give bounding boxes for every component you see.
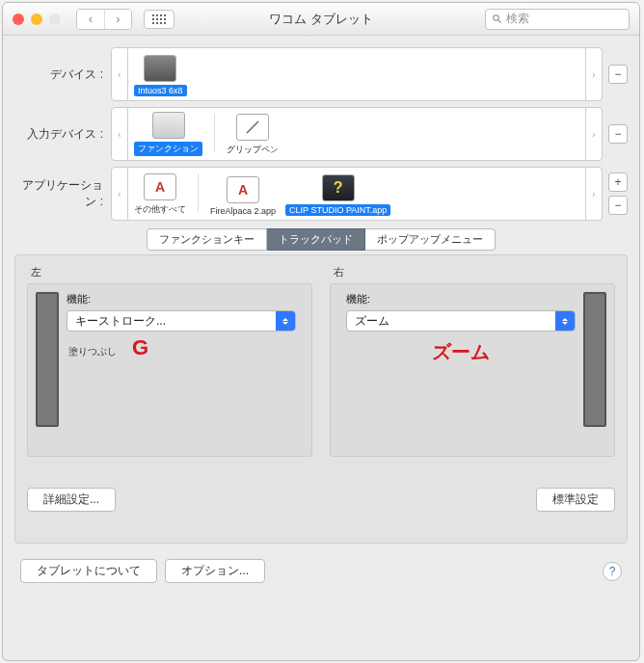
remove-device-button[interactable]: −	[608, 65, 628, 84]
input-device-item-pen[interactable]: グリップペン	[227, 114, 279, 156]
function-icon	[152, 112, 185, 139]
scroll-right-button[interactable]: ›	[585, 107, 603, 161]
options-button[interactable]: オプション...	[165, 559, 265, 583]
scroll-left-button[interactable]: ‹	[111, 167, 128, 221]
remove-application-button[interactable]: −	[608, 196, 628, 215]
titlebar: ‹ › ワコム タブレット 検索	[3, 3, 639, 36]
application-label: アプリケーション :	[14, 177, 111, 210]
app-item-clip-studio[interactable]: ? CLIP STUDIO PAINT.app	[285, 174, 390, 216]
add-application-button[interactable]: +	[608, 172, 628, 192]
pen-icon	[236, 114, 269, 141]
right-highlight: ズーム	[346, 339, 576, 365]
right-inner-box: 機能: ズーム ズーム	[330, 283, 615, 457]
scroll-left-button[interactable]: ‹	[111, 107, 128, 161]
remove-input-device-button[interactable]: −	[608, 124, 628, 144]
left-title: 左	[31, 265, 312, 279]
tab-group: ファンクションキー トラックパッド ポップアップメニュー	[14, 228, 628, 251]
nav-back-forward[interactable]: ‹ ›	[76, 9, 132, 30]
scroll-right-button[interactable]: ›	[585, 167, 603, 221]
tab-trackpad[interactable]: トラックパッド	[267, 228, 365, 251]
advanced-settings-button[interactable]: 詳細設定...	[27, 488, 116, 512]
trackpad-panel: 左 機能: キーストローク... 塗りつぶし G	[14, 254, 628, 544]
app-icon: A	[144, 173, 176, 200]
device-item[interactable]: Intuos3 6x8	[134, 55, 187, 96]
scroll-right-button[interactable]: ›	[585, 47, 603, 101]
search-input[interactable]: 検索	[485, 9, 630, 30]
svg-line-1	[498, 20, 501, 23]
left-column: 左 機能: キーストローク... 塗りつぶし G	[27, 265, 312, 457]
input-device-label: 入力デバイス :	[14, 126, 111, 143]
input-device-strip: ファンクション グリップペン	[128, 107, 585, 161]
tablet-icon	[144, 55, 176, 82]
close-icon[interactable]	[13, 13, 24, 25]
about-tablet-button[interactable]: タブレットについて	[20, 559, 157, 583]
help-button[interactable]: ?	[603, 562, 622, 581]
input-device-row: 入力デバイス : ‹ ファンクション グリップペン › −	[14, 107, 628, 161]
tab-function-keys[interactable]: ファンクションキー	[147, 228, 267, 251]
device-strip: Intuos3 6x8	[128, 47, 585, 101]
search-placeholder: 検索	[506, 11, 529, 27]
chevron-right-icon[interactable]: ›	[104, 10, 131, 29]
left-function-select[interactable]: キーストローク...	[67, 310, 296, 332]
right-title: 右	[334, 265, 615, 279]
traffic-lights	[13, 13, 61, 25]
tab-popup-menu[interactable]: ポップアップメニュー	[365, 228, 496, 251]
right-function-select[interactable]: ズーム	[346, 310, 576, 332]
application-row: アプリケーション : ‹ A その他すべて A FireAlpaca 2.app…	[14, 167, 628, 221]
svg-line-2	[247, 121, 258, 133]
footer: タブレットについて オプション... ?	[3, 551, 639, 591]
left-touchstrip-icon	[36, 292, 59, 427]
default-settings-button[interactable]: 標準設定	[536, 488, 615, 512]
scroll-left-button[interactable]: ‹	[111, 47, 128, 101]
app-item-firealpaca[interactable]: A FireAlpaca 2.app	[210, 176, 276, 216]
device-row: デバイス : ‹ Intuos3 6x8 › −	[14, 47, 628, 101]
left-highlight: G	[132, 335, 148, 360]
chevron-left-icon[interactable]: ‹	[77, 10, 104, 29]
input-device-item-function[interactable]: ファンクション	[134, 112, 202, 156]
left-inner-box: 機能: キーストローク... 塗りつぶし G	[27, 283, 312, 457]
right-touchstrip-icon	[583, 292, 606, 427]
svg-point-0	[494, 15, 499, 21]
right-column: 右 機能: ズーム ズーム	[330, 265, 615, 457]
show-all-button[interactable]	[144, 10, 174, 29]
app-icon: ?	[322, 174, 355, 201]
app-item-all-others[interactable]: A その他すべて	[134, 173, 186, 216]
device-label: デバイス :	[14, 66, 111, 83]
chevron-updown-icon	[555, 311, 575, 331]
app-icon: A	[227, 176, 259, 203]
search-icon	[492, 13, 502, 24]
chevron-updown-icon	[276, 311, 295, 331]
application-strip: A その他すべて A FireAlpaca 2.app ? CLIP STUDI…	[128, 167, 585, 221]
left-sublabel: 塗りつぶし	[68, 345, 117, 358]
minimize-icon[interactable]	[31, 13, 42, 25]
zoom-window-icon[interactable]	[49, 13, 61, 25]
function-label: 機能:	[346, 292, 576, 306]
window-title: ワコム タブレット	[269, 11, 373, 28]
function-label: 機能:	[67, 292, 296, 306]
